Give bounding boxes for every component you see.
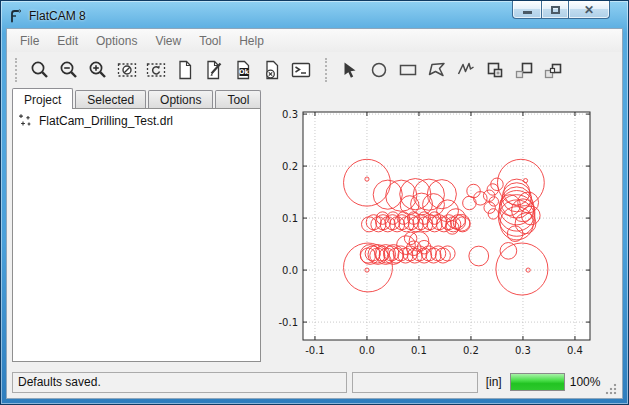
svg-text:0.2: 0.2 (463, 345, 479, 356)
cancel-button[interactable] (257, 55, 286, 84)
units-indicator: [in] (483, 375, 505, 389)
project-tree[interactable]: FlatCam_Drilling_Test.drl (12, 108, 261, 362)
clear-plot-button[interactable] (112, 55, 141, 84)
progress-bar (510, 373, 565, 391)
flatcam-logo-icon (7, 8, 23, 24)
terminal-icon (290, 59, 312, 81)
tree-item-label: FlatCam_Drilling_Test.drl (39, 114, 173, 128)
resize-grip-icon[interactable] (605, 383, 617, 395)
file-cancel-icon (261, 59, 283, 81)
client-area: FileEditOptionsViewToolHelp (6, 28, 623, 399)
clear-plot-icon (116, 59, 138, 81)
zoom-fit-button[interactable] (25, 55, 54, 84)
toolbar-drag-handle-2[interactable] (325, 58, 329, 82)
plot-area: -0.10.00.10.20.30.40.30.20.10.0-0.1 (264, 87, 622, 366)
progress-bar-fill (511, 374, 564, 390)
window-controls: ✕ (512, 1, 610, 19)
status-bar: Defaults saved. [in] 100% (7, 366, 622, 398)
replot-icon (145, 59, 167, 81)
zoom-in-button[interactable] (83, 55, 112, 84)
svg-text:0.1: 0.1 (411, 345, 427, 356)
shape-move-icon (513, 59, 535, 81)
menu-tool[interactable]: Tool (190, 31, 230, 51)
maximize-icon (551, 6, 560, 14)
app-window: FlatCAM 8 ✕ FileEditOptionsViewToolHelp (0, 0, 629, 405)
tab-project[interactable]: Project (12, 88, 73, 109)
file-edit-icon (203, 59, 225, 81)
progress-percent: 100% (570, 375, 601, 389)
open-project-button[interactable] (199, 55, 228, 84)
minimize-icon (523, 11, 532, 14)
svg-text:0.3: 0.3 (515, 345, 531, 356)
toolbar: Ok (7, 52, 622, 87)
main-area: ProjectSelectedOptionsTool FlatCam_Drill… (7, 87, 622, 366)
menu-help[interactable]: Help (230, 31, 273, 51)
circle-tool-icon (368, 59, 390, 81)
menu-bar: FileEditOptionsViewToolHelp (7, 29, 622, 52)
polyline-tool-button[interactable] (451, 55, 480, 84)
shape-union-icon (484, 59, 506, 81)
title-bar: FlatCAM 8 (7, 5, 86, 27)
svg-text:0.1: 0.1 (282, 213, 298, 224)
status-message: Defaults saved. (12, 372, 347, 393)
shape-copy-button[interactable] (538, 55, 567, 84)
polyline-tool-icon (455, 59, 477, 81)
shell-button[interactable] (286, 55, 315, 84)
zoom-out-button[interactable] (54, 55, 83, 84)
select-cursor-icon (339, 59, 361, 81)
shape-move-button[interactable] (509, 55, 538, 84)
rectangle-tool-icon (397, 59, 419, 81)
polygon-tool-button[interactable] (422, 55, 451, 84)
menu-edit[interactable]: Edit (48, 31, 87, 51)
new-project-button[interactable] (170, 55, 199, 84)
toolbar-drag-handle[interactable] (15, 58, 19, 82)
maximize-button[interactable] (541, 1, 569, 19)
tree-item-drill-file[interactable]: FlatCam_Drilling_Test.drl (18, 113, 255, 128)
svg-text:0.0: 0.0 (359, 345, 375, 356)
svg-text:-0.1: -0.1 (305, 345, 325, 356)
zoom-fit-icon (29, 59, 51, 81)
tab-options[interactable]: Options (148, 90, 213, 108)
svg-text:0.3: 0.3 (282, 109, 298, 120)
shape-union-button[interactable] (480, 55, 509, 84)
tab-selected[interactable]: Selected (75, 90, 146, 108)
svg-text:-0.1: -0.1 (278, 317, 298, 328)
plot-canvas[interactable]: -0.10.00.10.20.30.40.30.20.10.0-0.1 (264, 87, 619, 367)
circle-tool-button[interactable] (364, 55, 393, 84)
svg-text:Ok: Ok (239, 68, 250, 76)
status-secondary-panel (352, 372, 478, 393)
close-button[interactable]: ✕ (569, 1, 610, 19)
select-tool-button[interactable] (335, 55, 364, 84)
menu-file[interactable]: File (11, 31, 48, 51)
file-ok-icon: Ok (232, 59, 254, 81)
close-icon: ✕ (584, 4, 594, 16)
zoom-in-icon (87, 59, 109, 81)
shape-copy-icon (542, 59, 564, 81)
rectangle-tool-button[interactable] (393, 55, 422, 84)
replot-button[interactable] (141, 55, 170, 84)
left-panel: ProjectSelectedOptionsTool FlatCam_Drill… (7, 87, 264, 366)
save-ok-button[interactable]: Ok (228, 55, 257, 84)
menu-options[interactable]: Options (87, 31, 146, 51)
svg-text:0.2: 0.2 (282, 161, 298, 172)
tab-bar: ProjectSelectedOptionsTool (10, 87, 264, 108)
polygon-tool-icon (426, 59, 448, 81)
svg-text:0.0: 0.0 (282, 265, 298, 276)
minimize-button[interactable] (512, 1, 541, 19)
window-title: FlatCAM 8 (29, 9, 86, 23)
new-file-icon (174, 59, 196, 81)
drill-marks-icon (18, 113, 33, 128)
menu-view[interactable]: View (146, 31, 190, 51)
svg-text:0.4: 0.4 (567, 345, 583, 356)
zoom-out-icon (58, 59, 80, 81)
tab-tool[interactable]: Tool (215, 90, 261, 108)
